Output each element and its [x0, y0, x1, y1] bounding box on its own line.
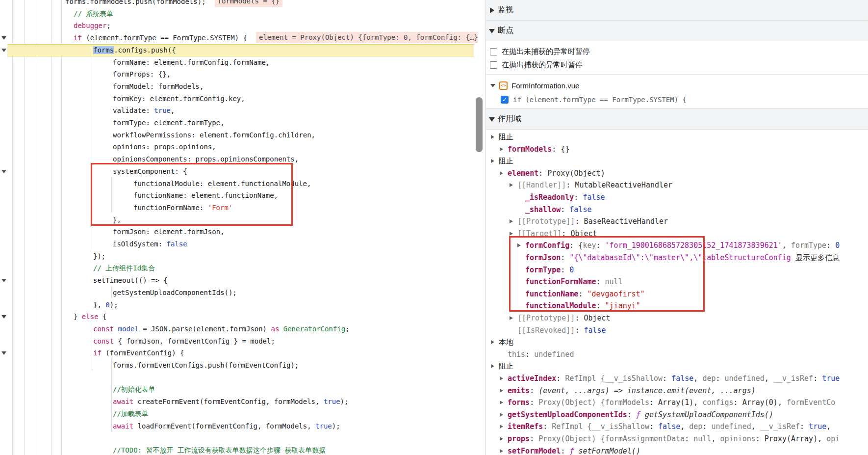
expand-arrow-icon[interactable]: [491, 159, 494, 163]
scope-row[interactable]: _shallow: false: [486, 204, 868, 216]
fold-arrow-icon[interactable]: [1, 170, 6, 173]
token: .configs.push({: [114, 46, 176, 54]
expand-arrow-icon[interactable]: [500, 425, 503, 428]
code-line[interactable]: formType: element.formType,: [0, 117, 474, 129]
token: // 系统表单: [74, 10, 113, 18]
property-value: ,: [826, 422, 835, 431]
code-line[interactable]: }, 0);: [0, 299, 474, 311]
watch-section-header[interactable]: 监视: [486, 0, 868, 21]
expand-arrow-icon[interactable]: [510, 232, 513, 236]
scope-row[interactable]: props: Proxy(Object) {formAssignmentData…: [486, 433, 868, 445]
scope-row[interactable]: this: undefined: [486, 348, 868, 361]
scope-row[interactable]: 本地: [486, 336, 868, 348]
code-line[interactable]: //初始化表单: [0, 383, 474, 396]
scope-row[interactable]: 阻止: [486, 131, 868, 143]
expand-arrow-icon[interactable]: [510, 183, 513, 187]
code-line[interactable]: // 系统表单: [0, 8, 474, 20]
code-line[interactable]: formKey: element.formConfig.key,: [0, 93, 474, 105]
expand-arrow-icon[interactable]: [500, 437, 503, 441]
scope-row[interactable]: [[Handler]]: MutableReactiveHandler: [486, 179, 868, 191]
code-line[interactable]: await loadFormEvent(formEventConfig, for…: [0, 420, 474, 432]
chevron-down-icon[interactable]: [489, 29, 495, 33]
scope-row[interactable]: activeIndex: RefImpl {__v_isShallow: fal…: [486, 373, 868, 385]
code-line[interactable]: workflowPermissions: element.formConfig.…: [0, 129, 474, 141]
code-line[interactable]: const model = JSON.parse(element.formJso…: [0, 323, 474, 335]
code-line[interactable]: if (formEventConfig) {: [0, 347, 474, 359]
scope-row[interactable]: 阻止: [486, 360, 868, 373]
scope-section-header[interactable]: 作用域: [486, 108, 868, 130]
execution-line[interactable]: forms.configs.push({: [0, 44, 474, 56]
chevron-down-icon[interactable]: [490, 84, 495, 87]
code-line[interactable]: forms.formEventConfigs.push(formEventCon…: [0, 359, 474, 372]
pause-on-exceptions-option[interactable]: 在抛出捕获的异常时暂停: [486, 58, 868, 72]
code-line[interactable]: formJson: element.formJson,: [0, 226, 474, 238]
scope-row[interactable]: [[Prototype]]: BaseReactiveHandler: [486, 215, 868, 228]
fold-arrow-icon[interactable]: [1, 315, 6, 319]
code-line[interactable]: setTimeout(() => {: [0, 274, 474, 287]
code-line[interactable]: opinions: props.opinions,: [0, 141, 474, 153]
code-line[interactable]: await createFormEvent(formEventConfig, f…: [0, 396, 474, 408]
code-line[interactable]: formName: element.formConfig.formName,: [0, 56, 474, 69]
scope-row[interactable]: setFormModel: ƒ setFormModel(): [486, 445, 868, 455]
property-value: formAssignmentData: [605, 434, 685, 443]
code-text: if (formEventConfig) {: [0, 347, 184, 359]
expand-arrow-icon[interactable]: [510, 219, 513, 223]
checkbox-checked[interactable]: ✓: [501, 96, 509, 104]
breakpoint-file-group[interactable]: <> FormInformation.vue: [486, 79, 868, 92]
code-line[interactable]: } else {: [0, 311, 474, 323]
code-line[interactable]: //TODO: 暂不放开 工作流设有获取表单数据这个步骤 获取表单数据: [0, 444, 474, 455]
expand-arrow-icon[interactable]: [500, 171, 503, 175]
fold-arrow-icon[interactable]: [1, 49, 6, 52]
code-line[interactable]: if (element.formType == FormType.SYSTEM)…: [0, 32, 474, 44]
scope-row[interactable]: itemRefs: RefImpl {__v_isShallow: false,…: [486, 421, 868, 433]
expand-arrow-icon[interactable]: [491, 364, 494, 368]
scope-row[interactable]: [[IsRevoked]]: false: [486, 324, 868, 337]
code-line[interactable]: validate: true,: [0, 105, 474, 117]
scope-row[interactable]: [[Prototype]]: Object: [486, 312, 868, 324]
chevron-right-icon[interactable]: [490, 7, 494, 13]
code-line[interactable]: debugger;: [0, 20, 474, 32]
code-line[interactable]: formProps: {},: [0, 68, 474, 80]
fold-arrow-icon[interactable]: [1, 279, 6, 282]
scope-row[interactable]: formModels: {}: [486, 143, 868, 156]
expand-arrow-icon[interactable]: [500, 413, 503, 417]
fold-arrow-icon[interactable]: [1, 351, 6, 355]
pause-on-exceptions-option[interactable]: 在抛出未捕获的异常时暂停: [486, 45, 868, 58]
expand-arrow-icon[interactable]: [500, 147, 503, 151]
fold-arrow-icon[interactable]: [1, 36, 6, 40]
code-line[interactable]: });: [0, 250, 474, 263]
code-line[interactable]: const { formJson, formEventConfig } = mo…: [0, 335, 474, 348]
token: true: [154, 107, 171, 114]
property-value: null: [693, 434, 711, 443]
code-line[interactable]: forms.formModels.push(formModels);formMo…: [0, 0, 474, 8]
code-line[interactable]: //加载表单: [0, 408, 474, 420]
chevron-down-icon[interactable]: [489, 117, 495, 122]
scope-row[interactable]: emits: (event, ...args) => instance.emit…: [486, 385, 868, 397]
breakpoints-section-header[interactable]: 断点: [486, 21, 868, 41]
scope-row[interactable]: element: Proxy(Object): [486, 167, 868, 180]
breakpoint-entry[interactable]: ✓if (element.formType == FormType.SYSTEM…: [486, 93, 868, 106]
code-line[interactable]: [0, 372, 474, 384]
expand-arrow-icon[interactable]: [500, 389, 503, 393]
expand-arrow-icon[interactable]: [491, 340, 494, 344]
expand-arrow-icon[interactable]: [500, 401, 503, 404]
code-line[interactable]: isOldSystem: false: [0, 238, 474, 250]
code-line[interactable]: getSystemUploadComponentIds();: [0, 287, 474, 299]
scope-row[interactable]: getSystemUploadComponentIds: ƒ getSystem…: [486, 409, 868, 421]
editor-scrollbar-thumb[interactable]: [476, 97, 483, 152]
scope-row[interactable]: _isReadonly: false: [486, 191, 868, 204]
property-value: 显示更多信息: [791, 253, 840, 262]
expand-arrow-icon[interactable]: [500, 376, 503, 380]
source-editor[interactable]: forms.formModels.push(formModels);formMo…: [0, 0, 485, 455]
checkbox-unchecked[interactable]: [490, 61, 497, 69]
expand-arrow-icon[interactable]: [510, 316, 513, 320]
expand-arrow-icon[interactable]: [491, 135, 494, 139]
token: [114, 325, 118, 333]
code-line[interactable]: [0, 432, 474, 444]
code-line[interactable]: formModel: formModels,: [0, 80, 474, 93]
scope-row[interactable]: 阻止: [486, 155, 868, 167]
checkbox-unchecked[interactable]: [490, 48, 497, 55]
expand-arrow-icon[interactable]: [500, 449, 503, 453]
scope-row[interactable]: forms: Proxy(Object) {formModels: Array(…: [486, 397, 868, 409]
code-line[interactable]: // 上传组件Id集合: [0, 262, 474, 274]
